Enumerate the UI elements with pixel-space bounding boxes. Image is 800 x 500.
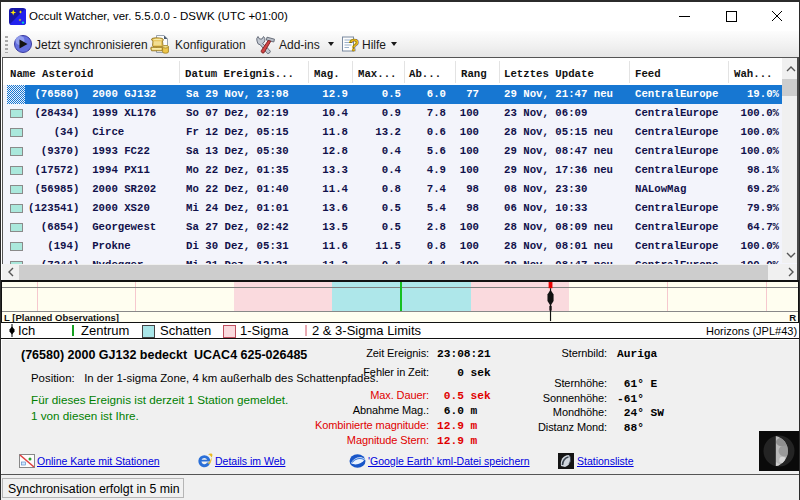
svg-text:?: ?: [349, 36, 359, 55]
